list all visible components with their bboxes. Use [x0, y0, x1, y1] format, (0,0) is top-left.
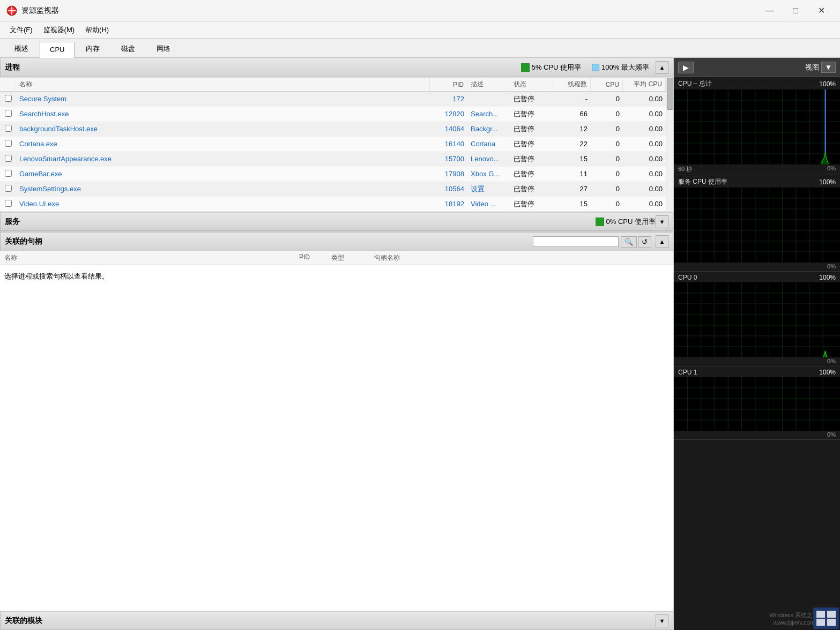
- row-checkbox[interactable]: [5, 125, 12, 132]
- table-row[interactable]: SearchHost.exe 12820 Search... 已暂停 66 0 …: [0, 107, 666, 122]
- right-nav-btn[interactable]: ▶: [678, 62, 694, 73]
- handles-expand-btn[interactable]: ▲: [656, 235, 668, 248]
- tab-cpu[interactable]: CPU: [40, 42, 75, 58]
- handles-th-type[interactable]: 类型: [331, 253, 374, 262]
- table-row[interactable]: Secure System 172 已暂停 - 0 0.00: [0, 92, 666, 107]
- row-pid: 10564: [430, 184, 467, 194]
- handles-th-name[interactable]: 名称: [4, 253, 299, 262]
- row-cpu: 0: [591, 199, 623, 209]
- row-name[interactable]: Secure System: [16, 94, 430, 104]
- row-cpu: 0: [591, 139, 623, 149]
- handles-search-input[interactable]: [533, 236, 619, 247]
- table-row[interactable]: Cortana.exe 16140 Cortana 已暂停 22 0 0.00: [0, 137, 666, 152]
- row-check[interactable]: [0, 184, 16, 194]
- close-button[interactable]: ✕: [809, 3, 834, 19]
- services-cpu-grid-icon: [596, 218, 604, 226]
- th-avgcpu[interactable]: 平均 CPU: [623, 78, 666, 91]
- services-cpu-usage: 0% CPU 使用率: [606, 217, 656, 227]
- cpu-total-label: CPU – 总计: [678, 79, 712, 88]
- th-cpu[interactable]: CPU: [591, 79, 623, 91]
- row-checkbox[interactable]: [5, 200, 12, 207]
- th-desc[interactable]: 描述: [467, 78, 510, 91]
- services-cpu-footer: 0%: [674, 262, 840, 271]
- row-check[interactable]: [0, 124, 16, 134]
- cpu0-header: CPU 0 100%: [674, 272, 840, 282]
- right-dropdown-btn[interactable]: ▼: [821, 62, 836, 73]
- process-section-header[interactable]: 进程 5% CPU 使用率 100% 最大频率: [0, 58, 673, 77]
- table-row[interactable]: Video.UI.exe 18192 Video ... 已暂停 15 0 0.…: [0, 197, 666, 212]
- services-cpu-svg: [674, 188, 840, 262]
- row-name[interactable]: SystemSettings.exe: [16, 184, 430, 194]
- row-name[interactable]: GameBar.exe: [16, 169, 430, 179]
- tab-disk[interactable]: 磁盘: [111, 40, 145, 57]
- process-scrollbar-thumb[interactable]: [667, 78, 673, 110]
- row-checkbox[interactable]: [5, 95, 12, 102]
- cpu1-section: CPU 1 100%: [674, 366, 840, 440]
- row-desc: [467, 98, 510, 100]
- tab-overview[interactable]: 概述: [4, 40, 39, 57]
- row-avgcpu: 0.00: [623, 94, 666, 104]
- minimize-button[interactable]: —: [757, 3, 782, 19]
- row-checkbox[interactable]: [5, 155, 12, 162]
- row-name[interactable]: Cortana.exe: [16, 139, 430, 149]
- row-name[interactable]: SearchHost.exe: [16, 109, 430, 119]
- handles-refresh-btn[interactable]: ↺: [638, 236, 651, 248]
- row-check[interactable]: [0, 169, 16, 179]
- tab-network[interactable]: 网络: [146, 40, 181, 57]
- menu-monitor[interactable]: 监视器(M): [38, 23, 80, 37]
- cpu1-footer-right: 0%: [827, 431, 836, 438]
- table-row[interactable]: SystemSettings.exe 10564 设置 已暂停 27 0 0.0…: [0, 182, 666, 197]
- row-check[interactable]: [0, 139, 16, 149]
- cpu0-label: CPU 0: [678, 274, 697, 281]
- row-check[interactable]: [0, 199, 16, 209]
- handles-th-pid[interactable]: PID: [299, 253, 331, 262]
- table-row[interactable]: LenovoSmartAppearance.exe 15700 Lenovo..…: [0, 152, 666, 167]
- cpu0-chart: [674, 282, 840, 357]
- modules-expand-btn[interactable]: ▼: [656, 614, 668, 627]
- row-status: 已暂停: [510, 138, 553, 150]
- row-checkbox[interactable]: [5, 140, 12, 147]
- cpu1-label: CPU 1: [678, 369, 697, 376]
- cpu-total-header: CPU – 总计 100%: [674, 77, 840, 89]
- services-expand-btn[interactable]: ▼: [656, 215, 668, 228]
- row-avgcpu: 0.00: [623, 169, 666, 179]
- table-row[interactable]: GameBar.exe 17908 Xbox G... 已暂停 11 0 0.0…: [0, 167, 666, 182]
- row-check[interactable]: [0, 109, 16, 119]
- modules-section-header[interactable]: 关联的模块 ▼: [0, 611, 673, 630]
- process-scrollbar[interactable]: [666, 77, 673, 212]
- th-pid[interactable]: PID: [430, 79, 467, 91]
- row-desc: Lenovo...: [467, 154, 510, 164]
- th-threads[interactable]: 线程数: [553, 78, 591, 91]
- maximize-button[interactable]: □: [783, 3, 808, 19]
- row-pid: 172: [430, 94, 467, 104]
- modules-title: 关联的模块: [5, 616, 656, 626]
- handles-th-handle-name[interactable]: 句柄名称: [374, 253, 669, 262]
- row-check[interactable]: [0, 154, 16, 164]
- menu-help[interactable]: 帮助(H): [80, 23, 114, 37]
- th-status[interactable]: 状态: [510, 78, 553, 91]
- row-check[interactable]: [0, 94, 16, 104]
- menu-file[interactable]: 文件(F): [4, 23, 38, 37]
- row-name[interactable]: LenovoSmartAppearance.exe: [16, 154, 430, 164]
- services-cpu-section: 服务 CPU 使用率 100%: [674, 175, 840, 272]
- row-checkbox[interactable]: [5, 170, 12, 177]
- process-expand-btn[interactable]: ▲: [656, 61, 668, 74]
- handles-empty-message: 选择进程或搜索句柄以查看结果。: [4, 272, 109, 280]
- services-section-header[interactable]: 服务 0% CPU 使用率 ▼: [0, 212, 673, 231]
- menu-bar: 文件(F) 监视器(M) 帮助(H): [0, 21, 840, 39]
- row-cpu: 0: [591, 169, 623, 179]
- row-name[interactable]: backgroundTaskHost.exe: [16, 124, 430, 134]
- cpu-grid-icon: [521, 63, 530, 72]
- tab-memory[interactable]: 内存: [76, 40, 110, 57]
- svg-rect-38: [674, 188, 840, 262]
- row-checkbox[interactable]: [5, 185, 12, 192]
- tab-bar: 概述 CPU 内存 磁盘 网络: [0, 39, 840, 58]
- row-checkbox[interactable]: [5, 110, 12, 117]
- th-name[interactable]: 名称: [16, 78, 430, 91]
- row-name[interactable]: Video.UI.exe: [16, 199, 430, 209]
- freq-icon: [592, 64, 599, 71]
- left-panel: 进程 5% CPU 使用率 100% 最大频率: [0, 58, 674, 630]
- handles-search-btn[interactable]: 🔍: [621, 236, 637, 248]
- table-row[interactable]: backgroundTaskHost.exe 14064 Backgr... 已…: [0, 122, 666, 137]
- process-cpu-usage: 5% CPU 使用率: [532, 63, 581, 72]
